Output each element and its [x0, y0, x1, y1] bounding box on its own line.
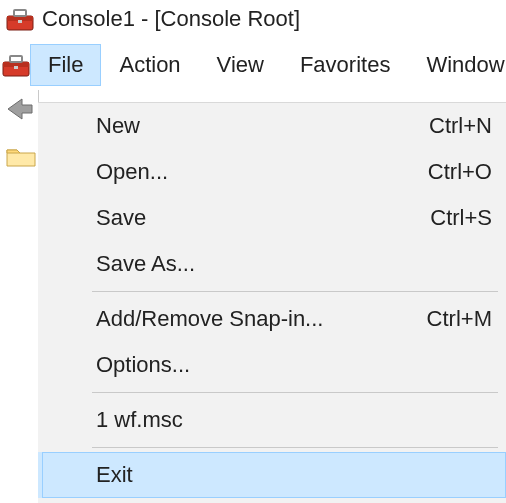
- menu-item-label: Save: [96, 205, 146, 231]
- window-title: Console1 - [Console Root]: [42, 6, 300, 32]
- menu-item-label: Save As...: [96, 251, 195, 277]
- back-arrow-icon[interactable]: [2, 92, 36, 126]
- menu-action[interactable]: Action: [101, 44, 198, 86]
- file-menu-open[interactable]: Open... Ctrl+O: [38, 149, 506, 195]
- file-menu-new[interactable]: New Ctrl+N: [38, 103, 506, 149]
- menu-window[interactable]: Window: [408, 44, 506, 86]
- file-menu-recent-1[interactable]: 1 wf.msc: [38, 397, 506, 443]
- menu-item-label: New: [96, 113, 140, 139]
- file-menu-dropdown: New Ctrl+N Open... Ctrl+O Save Ctrl+S Sa…: [38, 102, 506, 503]
- menu-item-shortcut: Ctrl+M: [427, 306, 492, 332]
- file-menu-options[interactable]: Options...: [38, 342, 506, 388]
- svg-rect-7: [14, 66, 18, 69]
- menu-item-label: 1 wf.msc: [96, 407, 183, 433]
- menu-favorites[interactable]: Favorites: [282, 44, 408, 86]
- svg-rect-6: [10, 56, 22, 62]
- menu-item-label: Exit: [96, 462, 133, 488]
- svg-rect-3: [18, 20, 22, 23]
- title-bar: Console1 - [Console Root]: [0, 0, 506, 42]
- menu-separator: [92, 392, 498, 393]
- menu-separator: [92, 447, 498, 448]
- menu-item-label: Open...: [96, 159, 168, 185]
- svg-rect-2: [14, 10, 26, 16]
- folder-icon[interactable]: [6, 144, 36, 168]
- menu-item-shortcut: Ctrl+N: [429, 113, 492, 139]
- menu-file[interactable]: File: [30, 44, 101, 86]
- file-menu-add-remove-snapin[interactable]: Add/Remove Snap-in... Ctrl+M: [38, 296, 506, 342]
- menu-view[interactable]: View: [199, 44, 282, 86]
- file-menu-exit[interactable]: Exit: [38, 452, 506, 498]
- menu-item-label: Options...: [96, 352, 190, 378]
- menu-separator: [92, 291, 498, 292]
- mmc-toolbox-icon-small: [2, 53, 30, 77]
- menu-item-shortcut: Ctrl+S: [430, 205, 492, 231]
- menu-item-shortcut: Ctrl+O: [428, 159, 492, 185]
- menu-item-label: Add/Remove Snap-in...: [96, 306, 323, 332]
- mmc-toolbox-icon: [6, 7, 34, 31]
- menu-bar: File Action View Favorites Window: [0, 42, 506, 88]
- file-menu-save[interactable]: Save Ctrl+S: [38, 195, 506, 241]
- file-menu-save-as[interactable]: Save As...: [38, 241, 506, 287]
